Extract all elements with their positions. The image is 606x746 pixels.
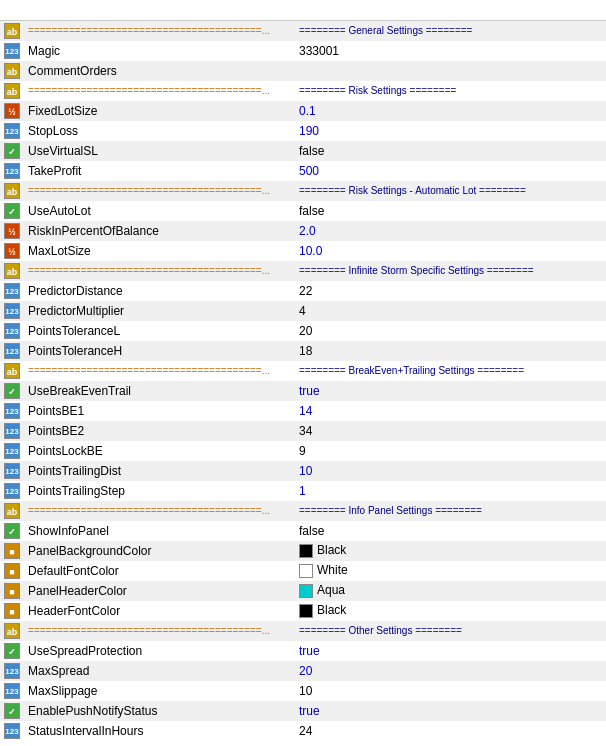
row-icon: 123 [0,401,24,421]
value-text: Black [317,603,346,617]
row-variable: PredictorDistance [24,281,295,301]
table-row: ■HeaderFontColorBlack [0,601,606,621]
row-variable: DefaultFontColor [24,561,295,581]
row-value: 10 [295,681,606,701]
row-icon: 123 [0,721,24,741]
row-value: true [295,381,606,401]
row-value: 1 [295,481,606,501]
row-value: 14 [295,401,606,421]
row-variable: PointsToleranceH [24,341,295,361]
table-row: ab======================================… [0,621,606,641]
table-row: 123PredictorDistance22 [0,281,606,301]
row-icon: ab [0,61,24,81]
row-variable: ========================================… [24,261,295,281]
row-value: ======== BreakEven+Trailing Settings ===… [295,361,606,381]
color-swatch [299,604,313,618]
row-icon: ab [0,81,24,101]
row-icon: ab [0,621,24,641]
table-row: 123PredictorMultiplier4 [0,301,606,321]
row-icon: 123 [0,321,24,341]
row-variable: ========================================… [24,361,295,381]
123-icon: 123 [4,723,20,739]
ab-icon: ab [4,263,20,279]
123-icon: 123 [4,343,20,359]
row-value: ======== Risk Settings ======== [295,81,606,101]
row-icon: ½ [0,241,24,261]
123-icon: 123 [4,423,20,439]
row-variable: StopLoss [24,121,295,141]
row-variable: RiskInPercentOfBalance [24,221,295,241]
table-row: 123MaxSlippage10 [0,681,606,701]
row-value: White [295,561,606,581]
color-icon: ■ [4,543,20,559]
row-icon: 123 [0,301,24,321]
row-variable: ========================================… [24,81,295,101]
table-row: ab======================================… [0,20,606,41]
row-icon: 123 [0,681,24,701]
row-icon: ✓ [0,201,24,221]
row-icon: 123 [0,421,24,441]
table-header [0,0,606,20]
123-icon: 123 [4,683,20,699]
row-variable: UseAutoLot [24,201,295,221]
row-icon: ✓ [0,521,24,541]
row-value [295,61,606,81]
row-value: 2.0 [295,221,606,241]
row-icon: ½ [0,221,24,241]
table-row: 123Magic333001 [0,41,606,61]
row-variable: ========================================… [24,501,295,521]
123-icon: 123 [4,283,20,299]
value-text: Aqua [317,583,345,597]
table-row: 123PointsTrailingStep1 [0,481,606,501]
row-icon: ab [0,20,24,41]
table-row: ✓UseSpreadProtectiontrue [0,641,606,661]
123-icon: 123 [4,663,20,679]
row-icon: ½ [0,101,24,121]
table-row: ■DefaultFontColorWhite [0,561,606,581]
row-value: true [295,701,606,721]
row-variable: ========================================… [24,181,295,201]
table-row: ab======================================… [0,361,606,381]
row-variable: PointsLockBE [24,441,295,461]
row-value: 10.0 [295,241,606,261]
row-icon: ab [0,181,24,201]
table-row: ½MaxLotSize10.0 [0,241,606,261]
color-swatch [299,564,313,578]
ab-icon: ab [4,623,20,639]
row-variable: ShowInfoPanel [24,521,295,541]
table-row: 123PointsToleranceH18 [0,341,606,361]
bool-icon: ✓ [4,703,20,719]
row-value: Black [295,601,606,621]
row-icon: 123 [0,161,24,181]
row-icon: ■ [0,561,24,581]
row-variable: PointsBE2 [24,421,295,441]
table-row: ■PanelHeaderColorAqua [0,581,606,601]
row-value: ======== Infinite Storm Specific Setting… [295,261,606,281]
color-swatch [299,544,313,558]
123-icon: 123 [4,303,20,319]
ab-icon: ab [4,363,20,379]
row-value: Black [295,541,606,561]
ab-icon: ab [4,23,20,39]
value-text: Black [317,543,346,557]
row-value: 333001 [295,41,606,61]
color-icon: ■ [4,583,20,599]
table-row: 123PointsTrailingDist10 [0,461,606,481]
row-variable: TakeProfit [24,161,295,181]
color-icon: ■ [4,563,20,579]
table-row: ✓EnablePushNotifyStatustrue [0,701,606,721]
row-icon: 123 [0,341,24,361]
value-text: White [317,563,348,577]
123-icon: 123 [4,43,20,59]
header-variable [24,0,295,20]
row-variable: FixedLotSize [24,101,295,121]
123-icon: 123 [4,463,20,479]
table-row: 123PointsBE114 [0,401,606,421]
row-icon: ✓ [0,701,24,721]
row-icon: ab [0,361,24,381]
row-icon: 123 [0,661,24,681]
row-icon: ✓ [0,381,24,401]
header-icon-col [0,0,24,20]
table-row: ✓UseVirtualSLfalse [0,141,606,161]
ab-icon: ab [4,83,20,99]
